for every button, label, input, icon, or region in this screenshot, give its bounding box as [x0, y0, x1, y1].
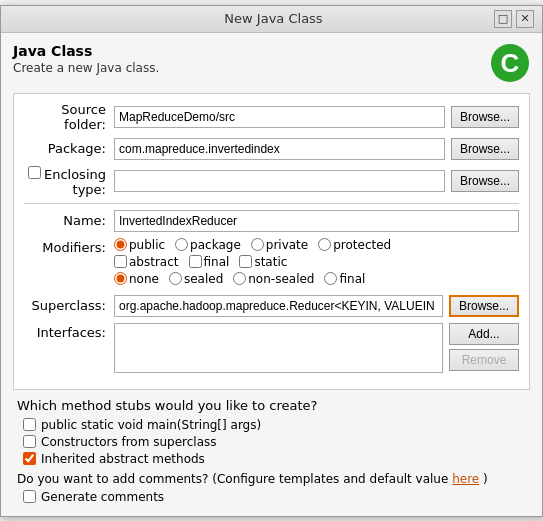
method-stubs-question: Which method stubs would you like to cre…	[17, 398, 526, 413]
source-folder-label: Source folder:	[24, 102, 114, 132]
source-folder-browse-button[interactable]: Browse...	[451, 106, 519, 128]
interfaces-label: Interfaces:	[24, 323, 114, 340]
dialog-content: Java Class Create a new Java class. C So…	[1, 33, 542, 516]
modifiers-options: public package private protected	[114, 238, 401, 289]
name-label: Name:	[24, 213, 114, 228]
modifier-final[interactable]: final	[189, 255, 230, 269]
minimize-button[interactable]: □	[494, 10, 512, 28]
stub-inherited[interactable]: Inherited abstract methods	[23, 452, 526, 466]
superclass-row: Superclass: Browse...	[24, 295, 519, 317]
source-folder-input[interactable]	[114, 106, 445, 128]
method-stubs-list: public static void main(String[] args) C…	[23, 418, 526, 466]
modifier-private[interactable]: private	[251, 238, 308, 252]
title-bar-controls: □ ✕	[494, 10, 534, 28]
dialog-title: New Java Class	[53, 11, 494, 26]
package-browse-button[interactable]: Browse...	[451, 138, 519, 160]
interfaces-section: Interfaces: Add... Remove	[24, 323, 519, 373]
modifiers-label: Modifiers:	[24, 238, 114, 255]
separator	[24, 203, 519, 204]
eclipse-logo: C	[490, 43, 530, 83]
section-title: Java Class	[13, 43, 159, 59]
package-input[interactable]	[114, 138, 445, 160]
stub-main[interactable]: public static void main(String[] args)	[23, 418, 526, 432]
add-interface-button[interactable]: Add...	[449, 323, 519, 345]
generate-comments-row[interactable]: Generate comments	[23, 490, 526, 504]
superclass-label: Superclass:	[24, 298, 114, 313]
access-modifiers-row: public package private protected	[114, 238, 401, 252]
svg-text:C: C	[501, 47, 520, 77]
modifier-static[interactable]: static	[239, 255, 287, 269]
enclosing-browse-button[interactable]: Browse...	[451, 170, 519, 192]
form-fields: Source folder: Browse... Package: Browse…	[13, 93, 530, 390]
enclosing-type-label: Enclosing type:	[24, 166, 114, 197]
title-bar: New Java Class □ ✕	[1, 6, 542, 33]
enclosing-type-row: Enclosing type: Browse...	[24, 166, 519, 197]
superclass-browse-button[interactable]: Browse...	[449, 295, 519, 317]
other-modifiers-row: abstract final static	[114, 255, 401, 269]
modifier-abstract[interactable]: abstract	[114, 255, 179, 269]
sealed-modifiers-row: none sealed non-sealed final	[114, 272, 401, 286]
modifier-non-sealed[interactable]: non-sealed	[233, 272, 314, 286]
comments-configure-text: Do you want to add comments? (Configure …	[17, 472, 526, 486]
comments-here-link[interactable]: here	[452, 472, 479, 486]
stub-constructors[interactable]: Constructors from superclass	[23, 435, 526, 449]
new-java-class-dialog: New Java Class □ ✕ Java Class Create a n…	[0, 5, 543, 517]
source-folder-row: Source folder: Browse...	[24, 102, 519, 132]
modifier-none[interactable]: none	[114, 272, 159, 286]
enclosing-type-input[interactable]	[114, 170, 445, 192]
enclosing-type-checkbox[interactable]	[28, 166, 41, 179]
name-input[interactable]	[114, 210, 519, 232]
modifier-public[interactable]: public	[114, 238, 165, 252]
modifier-sealed-final[interactable]: final	[324, 272, 365, 286]
header-text: Java Class Create a new Java class.	[13, 43, 159, 75]
modifier-sealed[interactable]: sealed	[169, 272, 223, 286]
section-description: Create a new Java class.	[13, 61, 159, 75]
interfaces-buttons: Add... Remove	[449, 323, 519, 371]
remove-interface-button[interactable]: Remove	[449, 349, 519, 371]
bottom-section: Which method stubs would you like to cre…	[13, 398, 530, 504]
generate-comments-label: Generate comments	[41, 490, 164, 504]
modifiers-row: Modifiers: public package	[24, 238, 519, 289]
package-label: Package:	[24, 141, 114, 156]
modifier-protected[interactable]: protected	[318, 238, 391, 252]
generate-comments-checkbox[interactable]	[23, 490, 36, 503]
package-row: Package: Browse...	[24, 138, 519, 160]
superclass-input[interactable]	[114, 295, 443, 317]
close-button[interactable]: ✕	[516, 10, 534, 28]
interfaces-list	[114, 323, 443, 373]
header-section: Java Class Create a new Java class. C	[13, 43, 530, 83]
name-row: Name:	[24, 210, 519, 232]
modifier-package[interactable]: package	[175, 238, 241, 252]
